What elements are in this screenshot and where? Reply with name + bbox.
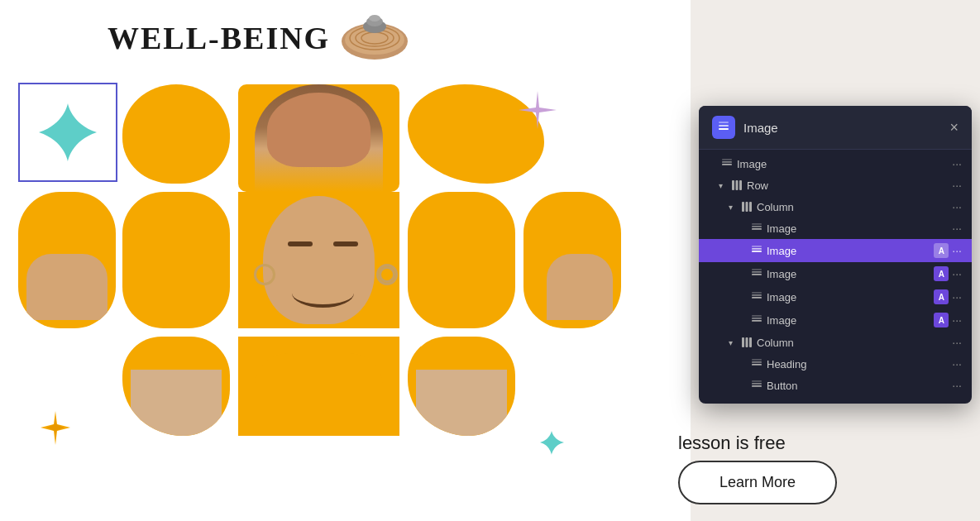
svg-rect-38 <box>752 364 762 366</box>
svg-rect-23 <box>752 251 762 252</box>
tree-item-5[interactable]: Image A ··· <box>699 262 972 285</box>
svg-rect-8 <box>719 128 729 130</box>
teal-small-star-icon <box>538 428 566 457</box>
svg-rect-31 <box>752 292 762 294</box>
svg-rect-15 <box>736 180 739 190</box>
mosaic-blob-6 <box>523 192 621 328</box>
tree-item-8[interactable]: ▾ Column ··· <box>699 332 972 353</box>
tree-layer-icon-0 <box>720 157 734 170</box>
selected-element-box[interactable] <box>18 83 117 182</box>
tree-dots-9[interactable]: ··· <box>952 357 962 370</box>
tree-layer-icon-8 <box>740 336 753 349</box>
tree-item-10[interactable]: Button ··· <box>699 375 972 396</box>
svg-rect-9 <box>719 125 729 127</box>
learn-more-button[interactable]: Learn More <box>678 461 837 504</box>
yellow-star-icon <box>37 409 74 447</box>
svg-rect-27 <box>752 271 762 273</box>
teal-star-icon <box>35 99 101 165</box>
panel-header-left: Image <box>712 116 778 139</box>
tree-dots-7[interactable]: ··· <box>952 313 962 327</box>
svg-rect-41 <box>752 385 762 387</box>
tree-label-4: Image <box>767 245 934 257</box>
tree-item-4[interactable]: Image A ··· <box>699 239 972 262</box>
svg-rect-19 <box>749 202 752 212</box>
tree-layer-icon-7 <box>750 313 763 327</box>
tree-layer-icon-2 <box>740 200 753 213</box>
svg-rect-11 <box>722 164 732 165</box>
tree-item-9[interactable]: Heading ··· <box>699 353 972 375</box>
svg-rect-32 <box>752 320 762 322</box>
svg-rect-13 <box>722 159 732 160</box>
svg-rect-37 <box>749 337 752 347</box>
tree-dots-0[interactable]: ··· <box>952 157 962 170</box>
learn-more-section: lesson is free Learn More <box>678 433 837 504</box>
photo-top <box>238 84 399 192</box>
tree-layer-icon-5 <box>750 267 763 280</box>
svg-rect-33 <box>752 318 762 319</box>
tree-item-3[interactable]: Image ··· <box>699 217 972 239</box>
tree-dots-10[interactable]: ··· <box>952 379 962 392</box>
tree-layer-icon-6 <box>750 290 763 304</box>
svg-rect-34 <box>752 315 762 317</box>
tree-label-8: Column <box>757 337 952 349</box>
tree-badge-4: A <box>934 243 949 258</box>
tree-arrow-2: ▾ <box>729 203 737 212</box>
tree-label-6: Image <box>767 291 934 304</box>
tree-item-1[interactable]: ▾ Row ··· <box>699 174 972 196</box>
tree-arrow-8: ▾ <box>729 338 737 347</box>
svg-rect-14 <box>732 180 734 190</box>
tree-item-6[interactable]: Image A ··· <box>699 285 972 308</box>
tree-arrow-1: ▾ <box>719 181 727 190</box>
tree-badge-7: A <box>934 313 949 327</box>
svg-rect-22 <box>752 223 762 225</box>
tree-dots-6[interactable]: ··· <box>952 290 962 304</box>
panel-header: Image × <box>699 106 972 150</box>
layers-icon <box>717 121 730 134</box>
tree-dots-2[interactable]: ··· <box>952 200 962 213</box>
tree-item-2[interactable]: ▾ Column ··· <box>699 196 972 217</box>
svg-rect-25 <box>752 246 762 247</box>
zen-stone-icon <box>340 15 410 60</box>
svg-rect-18 <box>746 202 748 212</box>
tree-layer-icon-10 <box>750 379 763 392</box>
tree-layer-icon-3 <box>750 222 763 235</box>
mosaic-blob-4 <box>122 192 230 328</box>
page-title-container: WELL-BEING <box>108 15 410 60</box>
tree-dots-1[interactable]: ··· <box>952 179 962 192</box>
tree-dots-8[interactable]: ··· <box>952 336 962 349</box>
tree-item-0[interactable]: Image ··· <box>699 153 972 174</box>
panel-icon[interactable] <box>712 116 735 139</box>
tree-dots-5[interactable]: ··· <box>952 267 962 280</box>
tree-item-7[interactable]: Image A ··· <box>699 308 972 332</box>
svg-rect-12 <box>722 161 732 163</box>
canvas-content: WELL-BEING <box>0 0 980 521</box>
photo-torso <box>238 337 399 436</box>
svg-rect-39 <box>752 361 762 363</box>
tree-label-5: Image <box>767 268 934 280</box>
svg-rect-36 <box>746 337 748 347</box>
svg-rect-40 <box>752 359 762 361</box>
tree-layer-icon-1 <box>730 179 743 192</box>
mosaic-blob-1 <box>122 84 230 184</box>
svg-rect-20 <box>752 228 762 230</box>
svg-rect-26 <box>752 274 762 275</box>
layers-panel: Image × Image ··· ▾ Row ··· ▾ Column ···… <box>699 106 972 404</box>
svg-rect-42 <box>752 383 762 385</box>
tree-dots-4[interactable]: ··· <box>952 244 962 257</box>
tree-badge-5: A <box>934 266 949 281</box>
tree-layer-icon-4 <box>750 244 763 257</box>
page-title: WELL-BEING <box>108 20 330 56</box>
svg-rect-21 <box>752 226 762 227</box>
tree-label-7: Image <box>767 314 934 327</box>
mosaic-blob-5 <box>408 192 515 328</box>
tree-label-2: Column <box>757 201 952 213</box>
svg-rect-16 <box>739 180 742 190</box>
lesson-text: lesson is free <box>678 433 786 454</box>
mosaic-blob-7 <box>122 337 230 436</box>
svg-rect-28 <box>752 269 762 270</box>
svg-rect-17 <box>742 202 744 212</box>
tree-dots-3[interactable]: ··· <box>952 222 962 235</box>
tree-label-10: Button <box>767 380 952 392</box>
svg-rect-10 <box>719 122 729 123</box>
panel-close-button[interactable]: × <box>949 119 958 136</box>
